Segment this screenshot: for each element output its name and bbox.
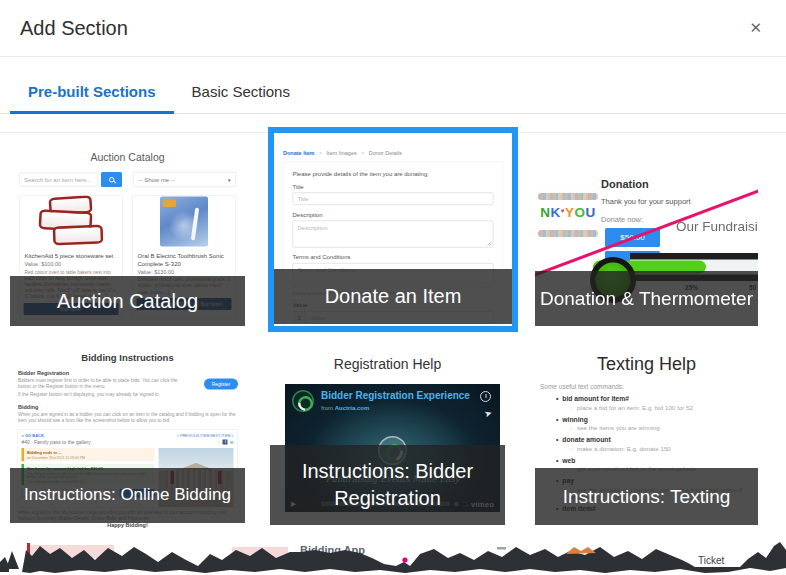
card-donate-an-item-selected[interactable]: Donate Item > Item Images > Donor Detail… [268, 127, 518, 332]
register-button: Register [204, 379, 238, 390]
torn-silhouette [22, 542, 786, 573]
from-label: from [321, 404, 333, 411]
brush-shape [191, 207, 200, 240]
search-input: Search for an item here... [19, 173, 98, 187]
pink-dot [402, 557, 407, 562]
product-value: Value: $130.00 [138, 269, 231, 275]
bidding-text: When you are signed in as a bidder you c… [18, 412, 237, 424]
tab-prebuilt-sections[interactable]: Pre-built Sections [10, 83, 174, 114]
tab-bar: Pre-built Sections Basic Sections [0, 57, 786, 114]
facebook-icon: f [223, 439, 228, 444]
orange-fragment [566, 547, 596, 554]
torn-screenshot-edge: Bidding App Ticket [0, 538, 786, 575]
go-back-link: < GO BACK [22, 433, 91, 438]
dish-shape [53, 225, 104, 246]
bidder-registration-heading: Bidder Registration [18, 370, 237, 376]
video-title: Bidder Registration Experience [321, 390, 470, 402]
warning-title: Bidding ends in ... [27, 450, 152, 455]
share-icon: ➤ [483, 407, 494, 420]
breadcrumb: Donate Item > Item Images > Donor Detail… [283, 150, 512, 156]
dialog-title: Add Section [20, 17, 128, 40]
header-right: < PREVIOUS ITEM NEXT ITEM > ☆ f ✉ [177, 433, 234, 445]
command: bid amount for item# [556, 395, 758, 403]
action-icons: ☆ f ✉ [177, 439, 234, 444]
source-link: Auctria.com [335, 404, 370, 411]
partial-text-ticket: Ticket [698, 555, 725, 566]
description-label: Description [293, 211, 494, 218]
product-name: Oral B Electric Toothbrush Sonic Complet… [138, 253, 231, 268]
description-field: Description [293, 221, 494, 248]
card-caption: Donate an Item [274, 269, 512, 324]
preview-title: Registration Help [270, 356, 505, 372]
prev-next-nav: < PREVIOUS ITEM NEXT ITEM > [177, 433, 234, 438]
breadcrumb-donate-item: Donate Item [283, 150, 314, 156]
stoneware-illustration [31, 197, 111, 247]
auctria-logo-icon [292, 390, 314, 412]
breadcrumb-donor-details: Donor Details [369, 150, 402, 156]
quantity-label: Quantity [293, 330, 494, 333]
intro-text: Some useful text commands: [540, 383, 758, 391]
breadcrumb-separator: > [319, 151, 322, 157]
product-image-toothbrush [133, 196, 236, 248]
show-me-dropdown: -- Show me -- ▾ [133, 172, 236, 187]
bidding-heading: Bidding [18, 404, 237, 410]
command: web [556, 457, 758, 465]
registration-row: Bidders must register first in order to … [10, 378, 195, 390]
star-icon: ☆ [217, 439, 221, 444]
warning-subtext: on December 31st 2021 11:59:00 PM [27, 455, 152, 459]
badge-shape [163, 200, 176, 208]
add-section-dialog: Add Section ✕ Pre-built Sections Basic S… [0, 0, 786, 575]
title-field: Title [293, 193, 494, 206]
search-button [101, 172, 122, 187]
title-label: Title [293, 183, 494, 190]
command-description: see the items you are winning [570, 425, 758, 432]
item-title: #40 : Family pass to the gallery [22, 439, 91, 445]
terms-label: Terms and Conditions [293, 254, 494, 261]
card-auction-catalog[interactable]: Auction Catalog Search for an item here.… [10, 140, 245, 332]
card-caption: Instructions: Texting [535, 468, 758, 525]
preview-title: Auction Catalog [10, 151, 245, 163]
warning-alert: Bidding ends in ... on December 31st 202… [22, 448, 155, 461]
card-donation-thermometer[interactable]: NK♥YOU Donation Thank you for your suppo… [535, 140, 758, 332]
breadcrumb-separator: > [361, 151, 364, 157]
registration-text: Bidders must register first in order to … [18, 378, 187, 390]
search-icon [109, 177, 115, 183]
registration-text-2: If the Register button isn't displaying,… [18, 391, 237, 397]
card-instructions-bidder-registration[interactable]: Registration Help Bidder Registration Ex… [270, 345, 505, 531]
card-instructions-texting[interactable]: Texting Help Some useful text commands: … [535, 345, 758, 531]
chevron-down-icon: ▾ [228, 177, 231, 183]
product-name: KitchenAid 5 piece stoneware set [25, 253, 118, 261]
dialog-header: Add Section ✕ [0, 0, 786, 57]
header-left: < GO BACK #40 : Family pass to the galle… [22, 433, 91, 445]
gray-dash [497, 547, 506, 550]
card-instructions-online-bidding[interactable]: Bidding Instructions Bidder Registration… [10, 345, 245, 531]
card-caption: Instructions: Online Bidding [10, 468, 245, 523]
breadcrumb-item-images: Item Images [326, 150, 356, 156]
form-intro: Please provide details of the item you a… [293, 170, 494, 177]
tab-basic-sections[interactable]: Basic Sections [174, 83, 308, 113]
screenshot-header: < GO BACK #40 : Family pass to the galle… [22, 433, 234, 445]
command-description: place a bid for an item: E.g. bid 100 fo… [570, 404, 758, 411]
command-description: make a donation: E.g. donate 150 [570, 445, 758, 452]
toothbrush-illustration [160, 197, 208, 247]
torn-fragment [0, 557, 9, 572]
product-value: Value: $100.00 [25, 261, 118, 267]
command: winning [556, 416, 758, 424]
dropdown-value: -- Show me -- [139, 176, 175, 183]
card-caption: Donation & Thermometer [535, 271, 758, 326]
card-caption: Instructions: Bidder Registration [270, 445, 505, 525]
video-source: from Auctria.com [321, 404, 369, 411]
envelope-icon: ✉ [230, 439, 234, 444]
product-image-stoneware [20, 196, 123, 248]
watch-later-icon [480, 391, 491, 402]
search-row: Search for an item here... -- Show me --… [19, 172, 236, 187]
command: donate amount [556, 436, 758, 444]
close-icon[interactable]: ✕ [745, 17, 766, 39]
preview-title: Texting Help [535, 353, 758, 374]
card-caption: Auction Catalog [10, 276, 245, 326]
preview-title: Bidding Instructions [10, 352, 245, 363]
